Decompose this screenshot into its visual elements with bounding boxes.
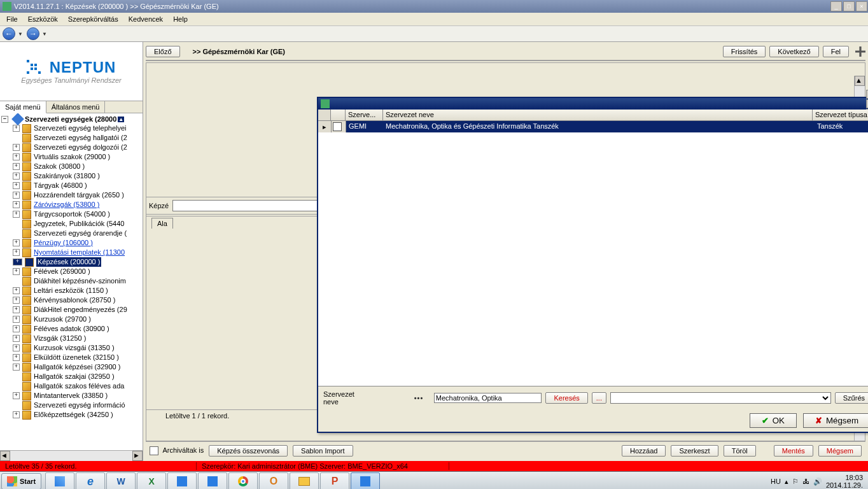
col-name[interactable]: Szervezet neve bbox=[383, 110, 813, 120]
menu-help[interactable]: Help bbox=[168, 14, 193, 24]
nav-back-drop-icon[interactable]: ▼ bbox=[18, 31, 23, 37]
taskbar-windows-button[interactable] bbox=[45, 472, 74, 489]
tray-chevron-icon[interactable]: ▴ bbox=[785, 478, 788, 486]
tree-item[interactable]: +Szakok (30800 ) bbox=[1, 162, 141, 171]
expand-icon[interactable]: + bbox=[13, 192, 20, 199]
expand-icon[interactable]: + bbox=[13, 259, 22, 266]
tree-item[interactable]: +Kurzusok (29700 ) bbox=[1, 315, 141, 324]
tree-root[interactable]: −Szervezeti egységek (28000▲ bbox=[1, 115, 141, 124]
tab-alap[interactable]: Ala bbox=[151, 218, 173, 229]
tree-item[interactable]: Hallgatók szakos féléves ada bbox=[1, 381, 141, 391]
prev-button[interactable]: Előző bbox=[146, 46, 180, 57]
menu-roleswitch[interactable]: Szerepkörváltás bbox=[63, 14, 123, 24]
nav-forward-drop-icon[interactable]: ▼ bbox=[42, 31, 47, 37]
add-button[interactable]: Hozzáad bbox=[622, 445, 666, 457]
taskbar-chrome-button[interactable] bbox=[228, 472, 258, 489]
scroll-track[interactable] bbox=[10, 451, 132, 461]
dialog-ok-button[interactable]: ✔ OK bbox=[750, 413, 797, 428]
expand-icon[interactable]: + bbox=[13, 249, 20, 256]
cancel-button[interactable]: Mégsem bbox=[818, 445, 862, 457]
search-more-button[interactable]: ... bbox=[592, 392, 606, 404]
nav-back-button[interactable]: ← bbox=[3, 27, 15, 40]
expand-icon[interactable]: + bbox=[13, 306, 20, 313]
tree-item[interactable]: +DiákHitel engedményezés (29 bbox=[1, 305, 141, 315]
dialog-cancel-button[interactable]: ✘ Mégsem bbox=[803, 413, 868, 428]
tree-item[interactable]: +Tárgycsoportok (54000 ) bbox=[1, 209, 141, 219]
up-button[interactable]: Fel bbox=[823, 46, 849, 57]
tree-item[interactable]: Diákhitel képzésnév-szinonim bbox=[1, 276, 141, 286]
expand-icon[interactable]: + bbox=[13, 163, 20, 170]
tree-item[interactable]: +Hallgatók képzései (32900 ) bbox=[1, 362, 141, 372]
expand-icon[interactable]: + bbox=[13, 344, 20, 351]
next-button[interactable]: Következő bbox=[769, 46, 818, 57]
collapse-icon[interactable]: − bbox=[1, 116, 8, 123]
tree-item[interactable]: +Szervezeti egység dolgozói (2 bbox=[1, 143, 141, 152]
expand-icon[interactable]: + bbox=[13, 182, 20, 189]
tree-item[interactable]: +Leltári eszközök (1150 ) bbox=[1, 286, 141, 295]
search-input[interactable] bbox=[434, 393, 542, 403]
merge-button[interactable]: Képzés összevonás bbox=[209, 445, 288, 457]
taskbar-powerpoint-button[interactable]: P bbox=[320, 472, 349, 489]
tray-volume-icon[interactable]: 🔊 bbox=[813, 478, 822, 486]
expand-icon[interactable]: + bbox=[13, 354, 20, 361]
expand-icon[interactable]: + bbox=[13, 287, 20, 294]
expand-icon[interactable]: + bbox=[13, 153, 20, 160]
tray-clock[interactable]: 18:03 2014.11.29. bbox=[826, 474, 863, 489]
tree-item[interactable]: +Szakirányok (31800 ) bbox=[1, 171, 141, 181]
tree-item[interactable]: +Hozzárendelt tárgyak (2650 ) bbox=[1, 190, 141, 200]
search-button[interactable]: Keresés bbox=[545, 392, 587, 404]
expand-icon[interactable]: + bbox=[13, 364, 20, 371]
row-checkbox-cell[interactable] bbox=[332, 121, 346, 132]
tree-item[interactable]: +Vizsgák (31250 ) bbox=[1, 334, 141, 343]
archived-checkbox[interactable] bbox=[150, 446, 158, 455]
tray-network-icon[interactable]: 🖧 bbox=[802, 478, 809, 485]
taskbar-neptun-button[interactable] bbox=[351, 472, 380, 489]
col-code[interactable]: Szerve... bbox=[346, 110, 383, 120]
template-import-button[interactable]: Sablon Import bbox=[293, 445, 353, 457]
tray-action-icon[interactable]: ⚐ bbox=[792, 478, 799, 486]
maximize-button[interactable]: □ bbox=[843, 1, 855, 11]
expand-icon[interactable]: + bbox=[13, 144, 20, 151]
col-type[interactable]: Szervezet típusa bbox=[813, 110, 868, 120]
taskbar-outlook-button[interactable]: O bbox=[259, 472, 288, 489]
expand-icon[interactable]: + bbox=[13, 211, 20, 218]
edit-button[interactable]: Szerkeszt bbox=[671, 445, 718, 457]
col-check[interactable] bbox=[331, 110, 346, 120]
tree-item[interactable]: Szervezeti egység hallgatói (2 bbox=[1, 133, 141, 143]
tree-item[interactable]: +Kérvénysablonok (28750 ) bbox=[1, 295, 141, 305]
tree-item-link[interactable]: Pénzügy (106000 ) bbox=[34, 238, 93, 248]
taskbar-word-button[interactable]: W bbox=[106, 472, 136, 489]
taskbar-app1-button[interactable] bbox=[167, 472, 197, 489]
search-select[interactable] bbox=[610, 392, 831, 404]
tree-item[interactable]: +Elküldött üzenetek (32150 ) bbox=[1, 353, 141, 362]
refresh-button[interactable]: Frissítés bbox=[723, 46, 766, 57]
tree-view[interactable]: −Szervezeti egységek (28000▲+Szervezeti … bbox=[0, 113, 143, 450]
expand-icon[interactable]: + bbox=[13, 297, 20, 304]
tree-item[interactable]: +Képzések (200000 ) bbox=[1, 257, 141, 267]
expand-icon[interactable]: + bbox=[13, 335, 20, 342]
menu-favorites[interactable]: Kedvencek bbox=[123, 14, 168, 24]
expand-icon[interactable]: + bbox=[13, 325, 20, 332]
tree-item[interactable]: +Záróvizsgák (53800 ) bbox=[1, 200, 141, 209]
menu-tools[interactable]: Eszközök bbox=[23, 14, 63, 24]
expand-icon[interactable]: + bbox=[13, 411, 20, 418]
tree-item[interactable]: +Pénzügy (106000 ) bbox=[1, 238, 141, 248]
tree-item[interactable]: +Mintatantervek (33850 ) bbox=[1, 391, 141, 400]
menu-file[interactable]: File bbox=[1, 14, 23, 24]
taskbar-explorer-button[interactable] bbox=[290, 472, 319, 489]
expand-icon[interactable]: + bbox=[13, 239, 20, 246]
table-row[interactable]: GEMI Mechatronika, Optika és Gépészeti I… bbox=[332, 121, 868, 132]
expand-icon[interactable]: + bbox=[13, 268, 20, 275]
save-button[interactable]: Mentés bbox=[774, 445, 813, 457]
expand-icon[interactable]: + bbox=[13, 392, 20, 399]
tree-item[interactable]: +Szervezeti egység telephelyei bbox=[1, 124, 141, 133]
start-button[interactable]: Start bbox=[1, 473, 41, 489]
pin-icon[interactable] bbox=[855, 46, 865, 57]
delete-button[interactable]: Töröl bbox=[724, 445, 756, 457]
scroll-left-button[interactable]: ◄ bbox=[0, 451, 10, 461]
tree-item-link[interactable]: Záróvizsgák (53800 ) bbox=[34, 200, 99, 209]
taskbar-app2-button[interactable] bbox=[198, 472, 227, 489]
tree-item[interactable]: Szervezeti egység órarendje ( bbox=[1, 229, 141, 238]
tree-item[interactable]: +Nyomtatási templatek (11300 bbox=[1, 248, 141, 257]
row-checkbox[interactable] bbox=[333, 122, 342, 131]
